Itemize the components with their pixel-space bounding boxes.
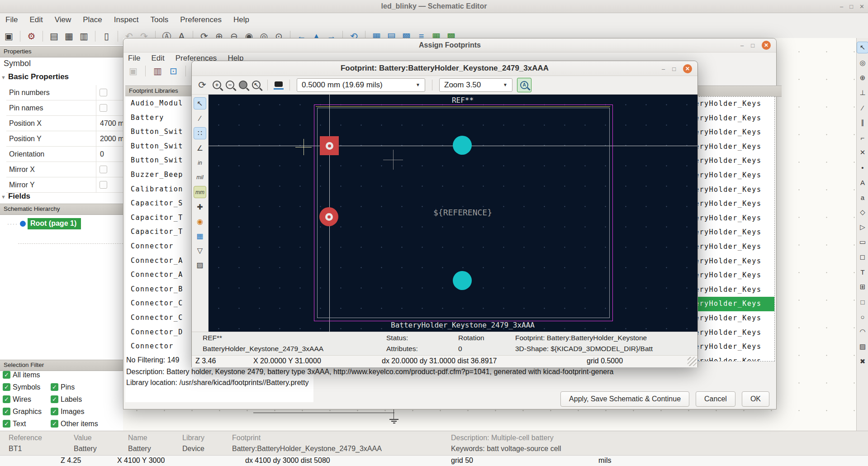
fields-header[interactable]: ▼Fields [1,192,30,201]
property-row[interactable]: Mirror Y [6,177,123,193]
mounting-hole-top[interactable] [453,136,472,155]
image-tool-icon[interactable]: ▨ [857,341,868,352]
checkbox-checked-icon[interactable]: ✓ [3,408,10,415]
checkbox-checked-icon[interactable]: ✓ [51,408,58,415]
pad-display-icon[interactable] [275,81,283,87]
sheet-pin-icon[interactable]: ◻ [857,252,868,262]
toolbar-icon[interactable] [20,31,20,42]
footprint-list-item[interactable]: eryHolder_Keys [695,240,774,254]
dialog-titlebar[interactable]: Assign Footprints [123,38,776,52]
mounting-hole-bottom[interactable] [453,271,472,290]
polar-coords-icon[interactable]: ∠ [194,143,206,154]
resize-grip[interactable] [688,357,697,366]
footprint-list-item[interactable]: eryHolder_Keys [695,311,774,326]
filter-item[interactable]: ✓ Text [3,419,51,428]
footprint-list-item[interactable]: eryHolder_Keys [695,283,774,297]
units-inches[interactable]: in [194,157,206,168]
filter-item[interactable]: ✓ Other items [51,419,119,428]
footprint-list-item[interactable]: eryHolder_Keys [695,340,774,354]
junction-icon[interactable]: • [857,162,868,173]
hierarchy-root-item[interactable]: ···· Root (page 1) [7,218,81,229]
filter-item[interactable]: ✓ Images [51,407,119,416]
cursor-tool-icon[interactable]: ↖ [857,42,868,53]
toolbar-icon[interactable] [95,31,95,42]
global-label-icon[interactable]: ◇ [857,207,868,218]
ok-button[interactable]: OK [742,391,769,407]
footprint-list-item[interactable]: eryHolder_Keys [695,183,774,197]
property-row[interactable]: Pin names [6,100,123,116]
close-icon[interactable]: ✕ [762,41,771,50]
footprint-list-item[interactable]: eryHolder_Keys [695,197,774,211]
filter-item[interactable]: ✓ Wires [3,395,51,404]
dialog-menu-item[interactable]: File [128,54,140,63]
maximize-icon[interactable]: □ [849,3,853,10]
filter-item[interactable]: ✓ Graphics [3,407,51,416]
property-checkbox[interactable] [100,181,107,189]
minimize-icon[interactable]: – [840,3,843,10]
footprint-list-item[interactable]: eryHolder_Keys [695,97,774,111]
pad-2-round[interactable] [319,207,338,226]
property-checkbox[interactable] [100,166,107,173]
sheet-tool-icon[interactable]: ▭ [857,237,868,247]
property-checkbox[interactable] [100,89,107,96]
property-row[interactable]: Mirror X [6,162,123,177]
save-icon[interactable]: ▣ [127,65,139,77]
footprint-list-item[interactable]: eryHolder_Keys [695,225,774,240]
minimize-icon[interactable]: – [662,66,665,72]
checkbox-checked-icon[interactable]: ✓ [51,383,58,391]
circle-tool-icon[interactable]: ○ [857,311,868,322]
menu-item[interactable]: Tools [151,15,169,24]
auto-zoom-toggle[interactable]: A [517,78,531,92]
checkbox-checked-icon[interactable]: ✓ [3,420,10,428]
footprint-list-item[interactable]: eryHolder_Keys [695,168,774,183]
status-units[interactable]: mils [598,456,611,465]
no-connect-icon[interactable]: ✕ [857,147,868,158]
netclass-icon[interactable]: a [857,192,868,203]
dialog-menu-item[interactable]: Edit [151,54,164,63]
delete-tool-icon[interactable]: ✖ [857,356,868,367]
zoom-out-icon[interactable]: − [226,81,234,89]
measure-icon[interactable]: ∕ [194,113,206,124]
footprint-libraries-icon[interactable]: ▥ [152,65,164,77]
checkbox-checked-icon[interactable]: ✓ [3,371,10,379]
footprint-list-item[interactable]: eryHolder_Keys [695,354,774,361]
footprint-list-item[interactable]: eryHolder_Keys [695,125,774,140]
maximize-icon[interactable]: □ [751,42,754,49]
refresh-icon[interactable]: ⟳ [196,80,208,90]
footprint-list-item[interactable]: eryHolder_Keys [695,326,774,340]
highlight-net-icon[interactable]: ◎ [857,57,868,68]
footprint-list-item[interactable]: eryHolder_Keys [695,154,774,168]
settings-icon[interactable]: ⚙ [25,30,38,43]
footprint-list-item[interactable]: eryHolder_Keys [695,297,774,311]
textbox-tool-icon[interactable]: ⊞ [857,281,868,292]
filter-item[interactable]: ✓ Symbols [3,382,51,392]
basic-properties-header[interactable]: ▼Basic Properties [1,72,69,81]
viewer-titlebar[interactable]: Footprint: Battery:BatteryHolder_Keyston… [192,61,697,76]
menu-item[interactable]: View [55,15,71,24]
close-icon[interactable]: ✕ [859,3,864,10]
minimize-icon[interactable]: – [740,42,744,49]
menu-item[interactable]: Help [233,15,249,24]
copy-sheet-icon[interactable]: ▤ [48,30,60,43]
checkbox-checked-icon[interactable]: ✓ [3,383,10,391]
rect-tool-icon[interactable]: □ [857,296,868,307]
grid-dots-icon[interactable]: ∷ [194,127,206,139]
apply-save-continue-button[interactable]: Apply, Save Schematic & Continue [560,391,689,407]
arc-tool-icon[interactable]: ◠ [857,326,868,337]
zoom-selection-icon[interactable]: ↖ [252,81,261,89]
footprint-list-item[interactable]: eryHolder_Keys [695,111,774,126]
footprint-list-item[interactable]: eryHolder_Keys [695,140,774,154]
property-row[interactable]: Pin numbers [6,85,123,100]
filter-item[interactable]: ✓ All items [3,370,51,380]
zoom-in-icon[interactable]: + [213,81,221,89]
add-power-icon[interactable]: ⊥ [857,87,868,98]
pad-1-square[interactable] [320,136,339,155]
menu-item[interactable]: Edit [29,15,43,24]
units-mm[interactable]: mm [194,186,206,198]
filter-icon[interactable]: ▽ [194,245,206,256]
root-page-label[interactable]: Root (page 1) [28,218,81,229]
maximize-icon[interactable]: □ [672,66,676,72]
menu-item[interactable]: Place [83,15,102,24]
checkbox-checked-icon[interactable]: ✓ [51,395,58,403]
filter-item[interactable]: ✓ Labels [51,395,119,404]
